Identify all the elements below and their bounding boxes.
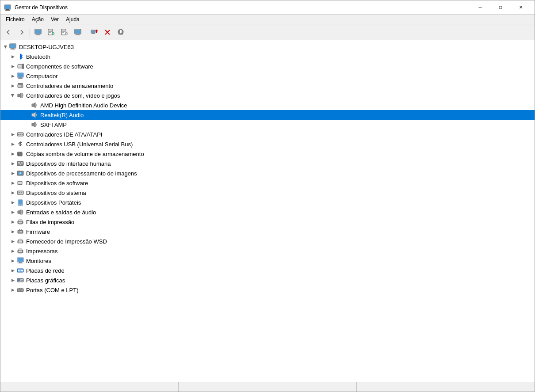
svg-rect-41 xyxy=(18,65,22,68)
svg-rect-84 xyxy=(19,224,22,225)
tree-item-sound-ctrl[interactable]: ▶ Controladores de som, vídeo e jogos xyxy=(0,91,535,100)
add-device-button[interactable] xyxy=(88,26,100,38)
window-icon xyxy=(4,4,11,11)
svg-rect-102 xyxy=(18,263,23,263)
svg-rect-72 xyxy=(18,182,22,184)
svg-rect-23 xyxy=(76,34,80,35)
tree-item-bluetooth[interactable]: ▶ Bluetooth xyxy=(0,52,535,61)
device-manager-window: Gestor de Dispositivos ─ □ ✕ Ficheiro Aç… xyxy=(0,0,535,392)
tree-item-wsd-print[interactable]: ▶ Fornecedor de Impressão WSD xyxy=(0,236,535,246)
tree-item-soft-components[interactable]: ▶ Componentes de software xyxy=(0,61,535,71)
sxfi-label: SXFI AMP xyxy=(40,122,67,128)
svg-rect-24 xyxy=(76,34,80,35)
download-button[interactable] xyxy=(115,26,127,38)
status-segment-2 xyxy=(179,382,357,392)
svg-rect-3 xyxy=(5,5,10,9)
tree-item-computer[interactable]: ▶ Computador xyxy=(0,71,535,81)
tree-item-ide-ctrl[interactable]: ▶ Controladores IDE ATA/ATAPI xyxy=(0,129,535,139)
svg-rect-59 xyxy=(22,134,23,135)
hid-icon xyxy=(16,160,24,167)
device-tree[interactable]: ▶ DESKTOP-UGJVE63 ▶ xyxy=(0,40,535,382)
menu-acao[interactable]: Ação xyxy=(28,15,47,23)
status-segment-3 xyxy=(357,382,535,392)
svg-rect-6 xyxy=(36,34,40,35)
network-chevron: ▶ xyxy=(9,267,16,274)
svg-rect-111 xyxy=(18,279,20,281)
tree-item-firmware[interactable]: ▶ Firmware xyxy=(0,227,535,236)
devprop-button[interactable] xyxy=(72,26,84,38)
tree-item-system-devices[interactable]: ▶ Dispositivos do sistema xyxy=(0,188,535,198)
tree-item-usb-ctrl[interactable]: ▶ Controladores USB (Universal Serial Bu… xyxy=(0,139,535,149)
tree-item-ports[interactable]: ▶ Portas (COM e LPT) xyxy=(0,285,535,295)
portable-chevron: ▶ xyxy=(9,199,16,206)
tree-item-print-queue[interactable]: ▶ Filas de impressão xyxy=(0,217,535,227)
svg-rect-30 xyxy=(95,30,98,31)
usb-ctrl-chevron: ▶ xyxy=(9,141,16,148)
svg-point-66 xyxy=(20,164,21,165)
shadow-label: Cópias sombra de volume de armazenamento xyxy=(26,151,144,157)
menu-ficheiro[interactable]: Ficheiro xyxy=(2,15,28,23)
tree-item-storage-ctrl[interactable]: ▶ Controladores de armazenamento xyxy=(0,81,535,91)
soft-devices-icon xyxy=(16,179,24,187)
tree-item-network[interactable]: ▶ Placas de rede xyxy=(0,266,535,275)
svg-point-116 xyxy=(19,290,20,291)
tree-item-shadow-copy[interactable]: ▶ Cópias sombra de volume de armazenamen… xyxy=(0,149,535,159)
tree-item-gpu[interactable]: ▶ Placas gráficas xyxy=(0,275,535,285)
minimize-button[interactable]: ─ xyxy=(470,0,490,15)
help-button[interactable]: ? xyxy=(58,26,71,38)
svg-rect-93 xyxy=(19,239,22,241)
tree-item-printers[interactable]: ▶ Impressoras xyxy=(0,246,535,256)
usb-ctrl-icon xyxy=(16,140,24,148)
svg-rect-76 xyxy=(21,192,22,193)
tree-item-hid[interactable]: ▶ Dispositivos de interface humana xyxy=(0,159,535,168)
ide-ctrl-chevron: ▶ xyxy=(9,131,16,138)
soft-devices-chevron: ▶ xyxy=(9,179,16,186)
portable-label: Dispositivos Portáteis xyxy=(26,199,81,206)
remove-button[interactable] xyxy=(101,26,114,38)
status-bar xyxy=(0,382,535,392)
update-driver-button[interactable] xyxy=(45,26,57,38)
tree-item-portable[interactable]: ▶ Dispositivos Portáteis xyxy=(0,198,535,207)
computer-icon xyxy=(9,43,17,51)
tree-item-amd-audio[interactable]: ▶ AMD High Definition Audio Device xyxy=(0,100,535,110)
soft-components-chevron: ▶ xyxy=(9,63,16,70)
back-button[interactable] xyxy=(2,26,15,38)
root-chevron: ▶ xyxy=(2,43,9,50)
svg-point-49 xyxy=(21,85,23,87)
menu-ver[interactable]: Ver xyxy=(47,15,62,23)
tree-item-realtek-audio[interactable]: ▶ Realtek(R) Audio xyxy=(0,110,535,120)
svg-rect-120 xyxy=(21,288,22,289)
forward-button[interactable] xyxy=(15,26,28,38)
svg-rect-46 xyxy=(18,78,23,79)
tree-root[interactable]: ▶ DESKTOP-UGJVE63 xyxy=(0,42,535,52)
tree-item-audio-io[interactable]: ▶ Entradas e saídas de áudio xyxy=(0,207,535,217)
properties-button[interactable] xyxy=(32,26,44,38)
gpu-icon xyxy=(16,276,24,284)
svg-rect-75 xyxy=(19,192,20,193)
tree-item-sxfi[interactable]: ▶ SXFI AMP xyxy=(0,120,535,129)
svg-rect-79 xyxy=(19,205,21,206)
network-label: Placas de rede xyxy=(26,267,65,274)
content-area: ▶ DESKTOP-UGJVE63 ▶ xyxy=(0,40,535,382)
bluetooth-icon xyxy=(16,53,24,61)
maximize-button[interactable]: □ xyxy=(490,0,511,15)
shadow-chevron: ▶ xyxy=(9,150,16,157)
svg-rect-98 xyxy=(19,253,22,254)
portable-icon xyxy=(16,198,24,206)
menu-ajuda[interactable]: Ajuda xyxy=(62,15,83,23)
tree-item-monitors[interactable]: ▶ Monitores xyxy=(0,256,535,266)
firmware-chevron: ▶ xyxy=(9,228,16,235)
svg-point-117 xyxy=(21,290,22,291)
audio-io-chevron: ▶ xyxy=(9,209,16,216)
close-button[interactable]: ✕ xyxy=(511,0,531,15)
svg-rect-34 xyxy=(120,30,122,32)
svg-rect-82 xyxy=(19,220,22,221)
svg-rect-1 xyxy=(6,9,9,10)
tree-item-imaging[interactable]: ▶ Dispositivos de processamento de image… xyxy=(0,168,535,178)
svg-rect-39 xyxy=(11,49,15,49)
tree-item-soft-devices[interactable]: ▶ Dispositivos de software xyxy=(0,178,535,188)
svg-rect-107 xyxy=(21,270,22,271)
svg-point-115 xyxy=(18,290,19,291)
svg-rect-5 xyxy=(35,30,41,34)
amd-audio-label: AMD High Definition Audio Device xyxy=(40,102,127,109)
